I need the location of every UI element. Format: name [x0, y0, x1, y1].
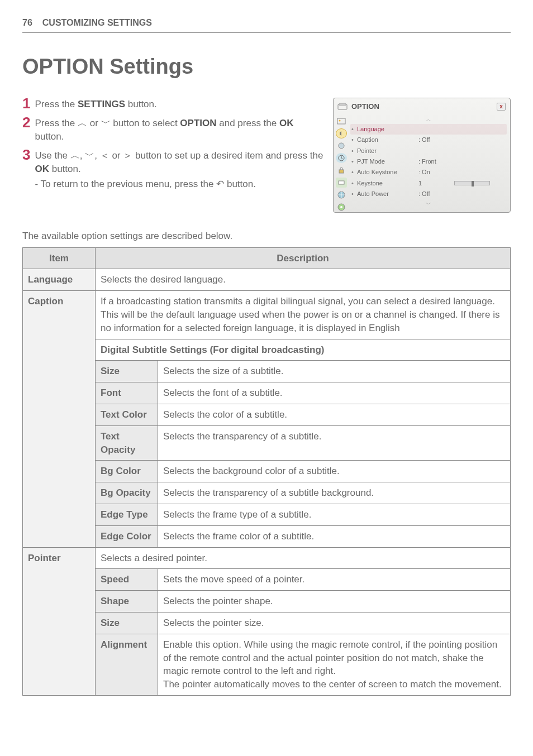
panel-row-label: Language	[357, 125, 418, 133]
panel-title: OPTION	[351, 102, 379, 112]
panel-row[interactable]: •Caption: Off	[350, 135, 507, 145]
subkey: Size	[96, 612, 158, 634]
row-pointer-speed: Speed Sets the move speed of a pointer.	[23, 569, 511, 591]
subkey: Size	[96, 361, 158, 382]
time-tab-icon[interactable]	[336, 153, 347, 163]
right-arrow-icon: ＞	[123, 150, 132, 161]
panel-row[interactable]: •Pointer	[350, 146, 507, 156]
subval: Selects the frame color of a subtitle.	[158, 525, 511, 547]
subval: Selects the background color of a subtit…	[158, 461, 511, 482]
panel-row-label: PJT Mode	[357, 157, 418, 166]
item-label: Language	[23, 269, 96, 291]
item-label: Pointer	[23, 547, 96, 695]
panel-row-value: 1	[418, 179, 452, 188]
panel-row[interactable]: •Keystone1	[350, 178, 507, 189]
settings-table: Item Description Language Selects the de…	[22, 247, 511, 696]
subkey: Bg Color	[96, 461, 158, 482]
panel-row[interactable]: •Auto Power: Off	[350, 189, 507, 199]
step-3: 3 Use the ︿, ﹀, ＜ or ＞ button to set up …	[22, 147, 324, 191]
row-caption-bgopacity: Bg Opacity Selects the transparency of a…	[23, 482, 511, 504]
row-caption-textcolor: Text Color Selects the color of a subtit…	[23, 404, 511, 425]
subval: Selects the color of a subtitle.	[158, 404, 511, 425]
panel-title-bar: OPTION x	[334, 98, 510, 115]
bullet-icon: •	[351, 136, 357, 144]
row-pointer-alignment: Alignment Enable this option. While usin…	[23, 634, 511, 695]
row-caption-intro: Caption If a broadcasting station transm…	[23, 291, 511, 339]
panel-sidebar	[334, 115, 349, 212]
option-tab-icon[interactable]	[336, 178, 347, 188]
back-icon: ↶	[216, 179, 224, 189]
subval: Selects the transparency of a subtitle b…	[158, 482, 511, 504]
panel-row[interactable]: •Auto Keystone: On	[350, 167, 507, 178]
subval: Selects the size of a subtitle.	[158, 361, 511, 382]
subkey: Bg Opacity	[96, 482, 158, 504]
step-text: Press the SETTINGS button.	[35, 98, 156, 111]
row-caption-edgecolor: Edge Color Selects the frame color of a …	[23, 525, 511, 547]
page-number: 76	[22, 17, 32, 29]
row-pointer-intro: Pointer Selects a desired pointer.	[23, 547, 511, 569]
panel-row[interactable]: •PJT Mode: Front	[350, 156, 507, 167]
bullet-icon: •	[351, 125, 357, 133]
subkey: Edge Type	[96, 504, 158, 525]
picture-tab-icon[interactable]	[336, 116, 347, 126]
svg-rect-1	[339, 103, 346, 106]
panel-row-label: Auto Keystone	[357, 168, 418, 176]
main-title: OPTION Settings	[22, 52, 511, 82]
network-tab-icon[interactable]	[336, 190, 347, 200]
close-icon[interactable]: x	[497, 103, 506, 111]
step-1: 1 Press the SETTINGS button.	[22, 95, 324, 112]
subval: Selects the pointer size.	[158, 612, 511, 634]
row-caption-size: Size Selects the size of a subtitle.	[23, 361, 511, 382]
svg-point-10	[340, 206, 342, 208]
step-text: Press the ︿ or ﹀ button to select OPTION…	[35, 117, 324, 143]
down-arrow-icon: ﹀	[101, 118, 111, 128]
svg-rect-6	[339, 170, 344, 173]
panel-row-label: Keystone	[357, 179, 418, 188]
panel-row-value: : Off	[418, 190, 452, 198]
svg-rect-2	[337, 118, 345, 124]
panel-row-value: : Front	[418, 157, 452, 166]
scroll-up-icon[interactable]: ︿	[350, 115, 507, 124]
bullet-icon: •	[351, 147, 357, 155]
step-text: Use the ︿, ﹀, ＜ or ＞ button to set up a …	[35, 149, 324, 191]
subkey: Text Opacity	[96, 425, 158, 461]
item-desc: Selects a desired pointer.	[96, 547, 511, 569]
option-panel: OPTION x ︿ •Language•Caption: Off•Pointe…	[333, 98, 511, 213]
subval: Selects the frame type of a subtitle.	[158, 504, 511, 525]
panel-row-label: Pointer	[357, 147, 418, 155]
bullet-icon: •	[351, 190, 357, 198]
panel-list: ︿ •Language•Caption: Off•Pointer•PJT Mod…	[349, 115, 510, 212]
item-desc: Selects the desired language.	[96, 269, 511, 291]
up-arrow-icon: ︿	[78, 118, 87, 128]
panel-row-label: Caption	[357, 136, 418, 144]
scroll-down-icon[interactable]: ﹀	[350, 200, 507, 209]
left-arrow-icon: ＜	[100, 150, 110, 161]
svg-point-4	[339, 143, 344, 149]
row-caption-bgcolor: Bg Color Selects the background color of…	[23, 461, 511, 482]
step-2: 2 Press the ︿ or ﹀ button to select OPTI…	[22, 114, 324, 143]
item-label: Caption	[23, 291, 96, 547]
svg-point-3	[339, 119, 341, 121]
subkey: Shape	[96, 591, 158, 613]
support-tab-icon[interactable]	[336, 202, 347, 212]
subkey: Speed	[96, 569, 158, 591]
down-arrow-icon: ﹀	[85, 150, 94, 161]
table-caption: The available option settings are descri…	[22, 229, 511, 243]
row-caption-edgetype: Edge Type Selects the frame type of a su…	[23, 504, 511, 525]
audio-tab-icon[interactable]	[336, 128, 347, 138]
subkey: Alignment	[96, 634, 158, 695]
panel-row-label: Auto Power	[357, 190, 418, 198]
subval: Enable this option. While using the magi…	[158, 634, 511, 695]
up-arrow-icon: ︿	[70, 150, 80, 161]
item-desc: If a broadcasting station transmits a di…	[96, 291, 511, 339]
steps: 1 Press the SETTINGS button. 2 Press the…	[22, 95, 324, 195]
panel-row-value: : On	[418, 168, 452, 176]
lock-tab-icon[interactable]	[336, 165, 347, 175]
channel-tab-icon[interactable]	[336, 141, 347, 151]
subkey: Edge Color	[96, 525, 158, 547]
step-number: 1	[22, 95, 30, 112]
subval: Selects the transparency of a subtitle.	[158, 425, 511, 461]
panel-row[interactable]: •Language	[350, 124, 507, 135]
keystone-slider[interactable]	[454, 181, 490, 185]
col-header-item: Item	[23, 247, 96, 269]
